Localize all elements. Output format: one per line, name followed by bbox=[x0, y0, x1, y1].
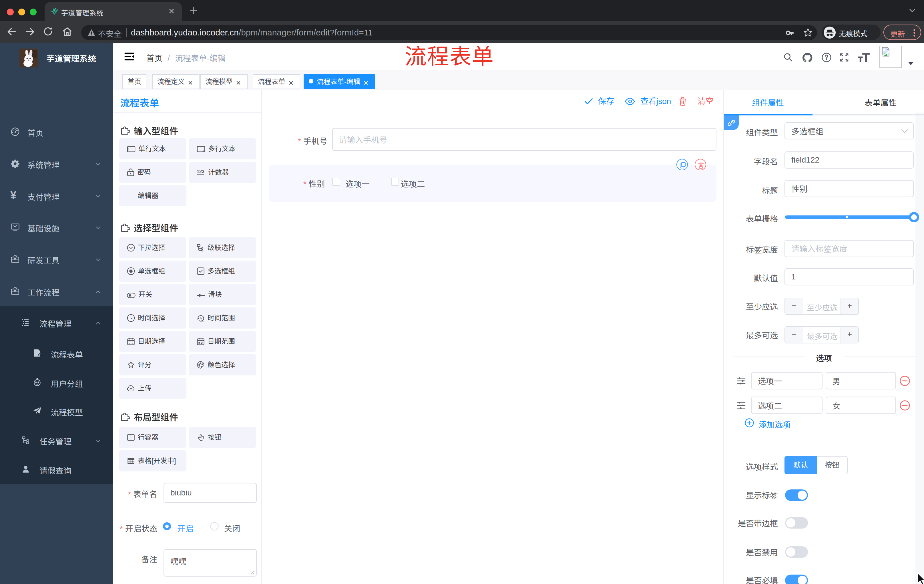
svg-text:123: 123 bbox=[197, 169, 205, 174]
